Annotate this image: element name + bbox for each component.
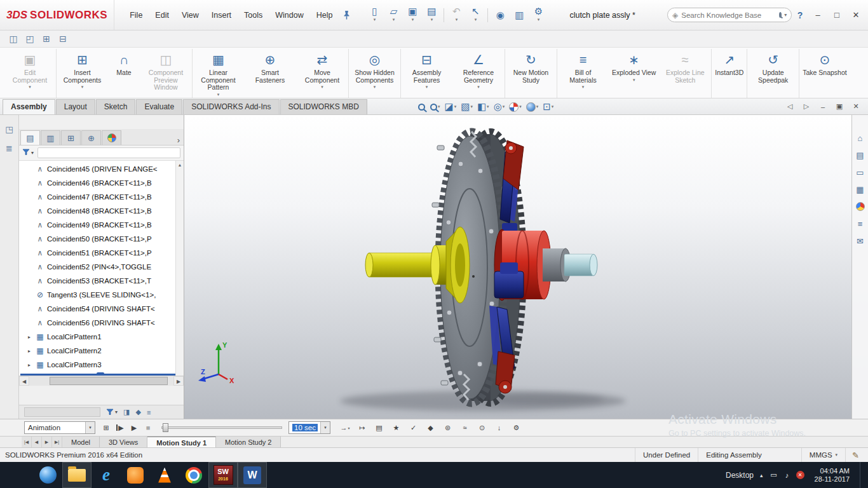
filter-funnel-icon[interactable] <box>22 149 30 158</box>
featuremanager-tab[interactable]: ▤ <box>20 130 40 145</box>
graphics-viewport[interactable]: Y Z X ⌂ ▤ ▭ ▦ <box>184 115 868 419</box>
spring-icon[interactable]: ≈ <box>458 421 472 435</box>
insert-components-button[interactable]: ⊞ Insert Components ▾ <box>56 49 108 98</box>
scrollbar-track[interactable] <box>29 376 173 386</box>
chrome-icon[interactable] <box>179 462 208 488</box>
assembly-features-button[interactable]: ⊟ Assembly Features ▾ <box>400 49 452 98</box>
stop-icon[interactable]: ■ <box>141 421 155 435</box>
search-icon[interactable] <box>779 12 782 18</box>
command-tab[interactable]: Sketch <box>96 99 136 114</box>
tree-item[interactable]: ∧ Coincident47 (BRACKET<11>,B <box>19 190 184 204</box>
edit-appearance-icon[interactable]: ▾ <box>509 100 522 114</box>
command-tab[interactable]: Evaluate <box>136 99 182 114</box>
tree-horizontal-scrollbar[interactable]: ◀ ▶ <box>19 376 184 386</box>
tree-item[interactable]: ∧ Coincident46 (BRACKET<11>,B <box>19 176 184 190</box>
grid-pane-icon[interactable]: ⊞ <box>38 32 55 46</box>
menu-item[interactable]: Edit <box>149 8 175 23</box>
bill-of-materials-button[interactable]: ≡ Bill of Materials ▾ <box>557 49 609 98</box>
close-button[interactable]: ✕ <box>846 6 865 25</box>
expand-icon[interactable]: ▸ <box>28 348 35 354</box>
tree-item[interactable]: ⊘ Tangent3 (SLEEVE SLIDING<1>, <box>19 288 184 302</box>
document-tab[interactable]: Motion Study 2 <box>216 437 281 447</box>
animation-wizard-icon[interactable]: ★ <box>390 421 403 435</box>
tree-item[interactable]: ∧ Coincident56 (DRIVING SHAFT< <box>19 316 184 330</box>
document-tab[interactable]: Motion Study 1 <box>147 437 216 447</box>
take-snapshot-button[interactable]: ⊙ Take Snapshot <box>799 49 850 98</box>
command-tab[interactable]: SOLIDWORKS MBD <box>280 99 367 114</box>
propertymanager-tab[interactable]: ▥ <box>41 130 60 145</box>
knowledge-base-search[interactable]: ◈ ▾ <box>667 8 792 22</box>
tree-item[interactable]: ∧ Coincident52 (PIN<4>,TOGGLE <box>19 260 184 274</box>
scroll-left-icon[interactable]: ◀ <box>19 376 29 386</box>
doc-close-button[interactable]: ✕ <box>849 100 863 113</box>
zoom-area-icon[interactable]: ▾ <box>430 100 440 114</box>
tray-volume-icon[interactable]: ♪ <box>783 471 792 479</box>
split-pane-icon[interactable]: ◰ <box>22 32 38 46</box>
command-tab[interactable]: Assembly <box>3 99 55 114</box>
zoom-fit-icon[interactable] <box>418 100 426 114</box>
scrollbar-thumb[interactable] <box>50 377 168 385</box>
document-tab[interactable]: 3D Views <box>100 437 147 447</box>
toolbar-icon[interactable] <box>487 8 488 22</box>
tree-item[interactable]: ∧ Coincident50 (BRACKET<11>,P <box>19 232 184 246</box>
tree-display-icon[interactable]: ≣ <box>3 142 16 154</box>
autokey-icon[interactable]: ✓ <box>407 421 421 435</box>
tray-display-icon[interactable]: ▭ <box>770 471 778 479</box>
options-icon[interactable]: ⚙ ▾ <box>529 6 548 24</box>
media-player-icon[interactable] <box>121 462 150 488</box>
motor-icon[interactable]: ⊚ <box>441 421 455 435</box>
custom-properties-icon[interactable]: ≡ <box>854 217 867 230</box>
scroll-up-icon[interactable]: ▲ <box>176 161 184 170</box>
list-pane-icon[interactable]: ⊟ <box>55 32 71 46</box>
configurationmanager-tab[interactable]: ⊞ <box>61 130 81 145</box>
tree-vertical-scrollbar[interactable]: ▲ <box>175 161 184 376</box>
tree-item[interactable]: ▸ ▦ LocalCirPattern2 <box>19 344 184 358</box>
view-settings-icon[interactable]: ⊡ ▾ <box>543 100 553 114</box>
pushpin-icon[interactable] <box>342 10 351 20</box>
word-icon[interactable]: W <box>238 462 267 488</box>
show-hidden-components-button[interactable]: ◎ Show Hidden Components ▾ <box>348 49 400 98</box>
menu-item[interactable]: Help <box>310 8 339 23</box>
motion-filter-funnel-icon[interactable]: ▾ <box>106 409 118 416</box>
explode-line-sketch-button[interactable]: ≈ Explode Line Sketch <box>659 49 711 98</box>
scroll-prev-tab[interactable]: ◀ <box>32 437 42 447</box>
component-preview-window-button[interactable]: ◫ Component Preview Window <box>140 49 192 98</box>
menu-item[interactable]: File <box>123 8 149 23</box>
section-view-icon[interactable]: ◪ ▾ <box>445 100 457 114</box>
start-button[interactable] <box>0 462 33 488</box>
select-icon[interactable]: ↖ ▾ <box>466 6 485 24</box>
displaymanager-tab[interactable] <box>102 130 121 145</box>
units-selector[interactable]: MMGS ▾ <box>801 448 845 462</box>
filter-input[interactable] <box>37 147 180 158</box>
move-component-button[interactable]: ⇄ Move Component ▾ <box>296 49 348 98</box>
tray-alert-icon[interactable]: ✕ <box>796 471 804 479</box>
window-pane-icon[interactable]: ◫ <box>5 32 22 46</box>
file-properties-icon[interactable]: ▥ <box>510 6 529 24</box>
menu-item[interactable]: Insert <box>205 8 238 23</box>
show-hidden-icons-caret[interactable]: ▴ <box>760 472 763 478</box>
file-explorer-pane-icon[interactable]: ▭ <box>854 166 867 179</box>
show-desktop-button[interactable] <box>860 462 864 488</box>
clutch-assembly-model[interactable] <box>184 115 868 419</box>
play-icon[interactable]: ▶ <box>127 421 141 435</box>
internet-explorer-icon[interactable]: e <box>92 462 121 488</box>
document-tab[interactable]: Model <box>62 437 100 447</box>
timeline-slider[interactable] <box>161 423 282 432</box>
maximize-button[interactable]: □ <box>827 6 846 25</box>
pane-forward-button[interactable]: ▷ <box>799 100 813 113</box>
tree-item[interactable]: ∧ Coincident51 (BRACKET<11>,P <box>19 246 184 260</box>
expand-icon[interactable]: ▸ <box>28 362 35 368</box>
new-motion-study-button[interactable]: ↻ New Motion Study <box>505 49 557 98</box>
print-icon[interactable]: ▤ ▾ <box>422 6 441 24</box>
search-dropdown-icon[interactable]: ▾ <box>784 12 787 18</box>
solidworks-icon[interactable]: SW 2016 <box>208 462 238 488</box>
minimize-button[interactable]: – <box>808 6 827 25</box>
reference-geometry-button[interactable]: ∠ Reference Geometry ▾ <box>452 49 505 98</box>
scroll-right-icon[interactable]: ▶ <box>173 376 184 386</box>
tag-pencil-icon[interactable]: ✎ <box>845 448 868 462</box>
apply-scene-icon[interactable]: ▾ <box>526 100 539 114</box>
gravity-icon[interactable]: ↓ <box>492 421 506 435</box>
study-type-select[interactable]: Animation ▾ <box>24 421 95 434</box>
dimxpert-tab[interactable]: ⊕ <box>81 130 101 145</box>
vlc-icon[interactable] <box>150 462 179 488</box>
